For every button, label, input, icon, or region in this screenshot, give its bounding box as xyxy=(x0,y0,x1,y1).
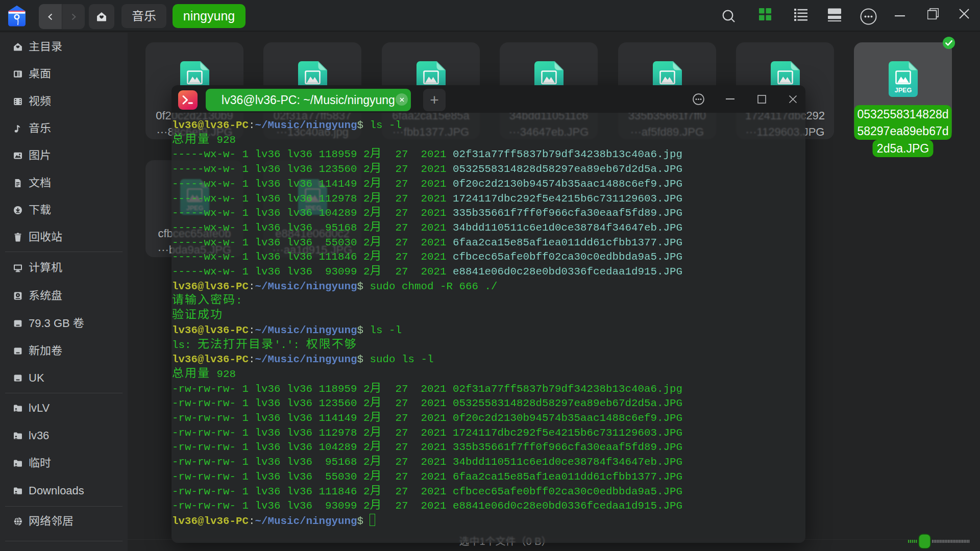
svg-text:JPEG: JPEG xyxy=(894,87,911,94)
